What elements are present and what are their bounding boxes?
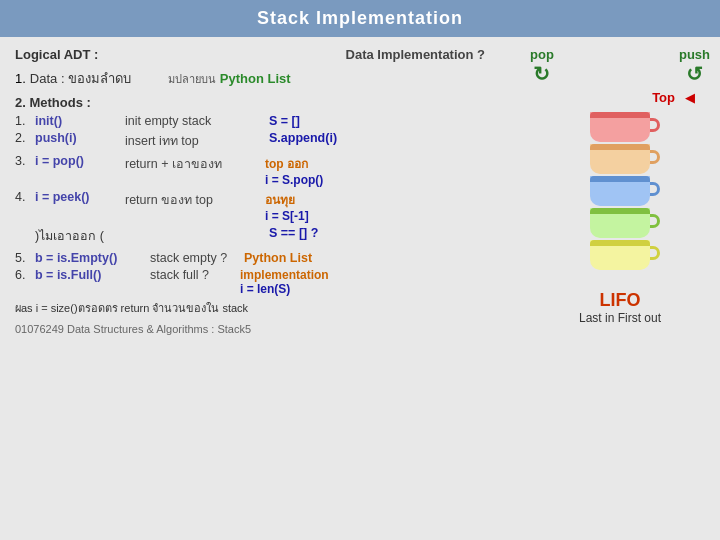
title-bar: Stack Implementation (0, 0, 720, 37)
method-3-name: i = pop() (35, 154, 125, 168)
method-6-desc: stack full ? (150, 268, 240, 282)
method-peek: 4. i = peek() return ของท top อนทุย i = … (15, 190, 505, 223)
method-2-code: S.append(i) (269, 131, 337, 145)
footer-text: 01076249 Data Structures & Algorithms : … (15, 323, 251, 335)
cups-stack (590, 112, 650, 272)
cup-5 (590, 240, 650, 270)
data-impl-label: Data Implementation ? (346, 47, 485, 62)
method-1-num: 1. (15, 114, 35, 128)
stack-visual-panel: pop ↻ push ↺ Top ◀ (520, 37, 720, 537)
method-5-name: b = is.Empty() (35, 251, 150, 265)
method-init: 1. init() init empty stack S = [] (15, 114, 505, 128)
lifo-section: LIFO Last in First out (579, 282, 661, 325)
top-label: Top (652, 90, 675, 105)
method-6-code1: implementation (240, 268, 329, 282)
footer: 01076249 Data Structures & Algorithms : … (15, 321, 505, 336)
top-label-row: Top ◀ (545, 90, 695, 105)
method-4-code1: อนทุย (265, 190, 309, 209)
data-label: Data : ของมลำดบ (30, 68, 160, 89)
method-isempty: 5. b = is.Empty() stack empty ? Python L… (15, 251, 505, 265)
page-title: Stack Implementation (257, 8, 463, 28)
data-impl: มปลายบน (168, 70, 216, 88)
method-4-code2: i = S[-1] (265, 209, 309, 223)
cup-4 (590, 208, 650, 238)
data-impl2: Python List (220, 71, 291, 86)
logical-label: Logical ADT : (15, 47, 98, 62)
method-5-num: 5. (15, 251, 35, 265)
push-label: push (679, 47, 710, 62)
method-size: ผas i = size()ตรอดตร return จำนวนของใน s… (15, 299, 505, 317)
method-5-desc: stack empty ? (150, 251, 240, 265)
method-1-code: S = [] (269, 114, 300, 128)
method-3-desc: return + เอาของท (125, 154, 265, 174)
arrow-right-icon: ◀ (685, 90, 695, 105)
method-3-num: 3. (15, 154, 35, 168)
pop-section: pop ↻ (530, 47, 554, 86)
method-4-num: 4. (15, 190, 35, 204)
push-arrow-icon: ↺ (686, 62, 703, 86)
cup-2 (590, 144, 650, 174)
lifo-label: LIFO (579, 290, 661, 311)
data-number: 1. (15, 71, 26, 86)
method-6-name: b = is.Full() (35, 268, 150, 282)
no-remove-code: S == [] ? (269, 226, 318, 240)
method-3-code2: i = S.pop() (265, 173, 323, 187)
header-row: Logical ADT : Data Implementation ? (15, 47, 505, 62)
cup-3 (590, 176, 650, 206)
method-1-name: init() (35, 114, 125, 128)
data-row: 1. Data : ของมลำดบ มปลายบน Python List (15, 68, 505, 89)
method-6-code2: i = len(S) (240, 282, 329, 296)
no-remove-text: )ไมเอาออก ( (35, 226, 265, 246)
method-5-code: Python List (244, 251, 312, 265)
lifo-sub: Last in First out (579, 311, 661, 325)
methods-label: 2. Methods : (15, 95, 505, 110)
cup-1 (590, 112, 650, 142)
method-2-name: push(i) (35, 131, 125, 145)
method-isfull: 6. b = is.Full() stack full ? implementa… (15, 268, 505, 296)
method-push: 2. push(i) insert iทท top S.append(i) (15, 131, 505, 151)
pop-push-row: pop ↻ push ↺ (530, 47, 710, 86)
pop-label: pop (530, 47, 554, 62)
method-6-num: 6. (15, 268, 35, 282)
method-4-name: i = peek() (35, 190, 125, 204)
pop-arrow-icon: ↻ (533, 62, 550, 86)
method-4-desc: return ของท top (125, 190, 265, 210)
method-3-code1: top ออก (265, 154, 323, 173)
no-remove-row: )ไมเอาออก ( S == [] ? (15, 226, 505, 246)
method-1-desc: init empty stack (125, 114, 265, 128)
method-pop: 3. i = pop() return + เอาของท top ออก i … (15, 154, 505, 187)
method-2-desc: insert iทท top (125, 131, 265, 151)
method-2-num: 2. (15, 131, 35, 145)
method-7-desc: ผas i = size()ตรอดตร return จำนวนของใน s… (15, 299, 248, 317)
push-section: push ↺ (679, 47, 710, 86)
